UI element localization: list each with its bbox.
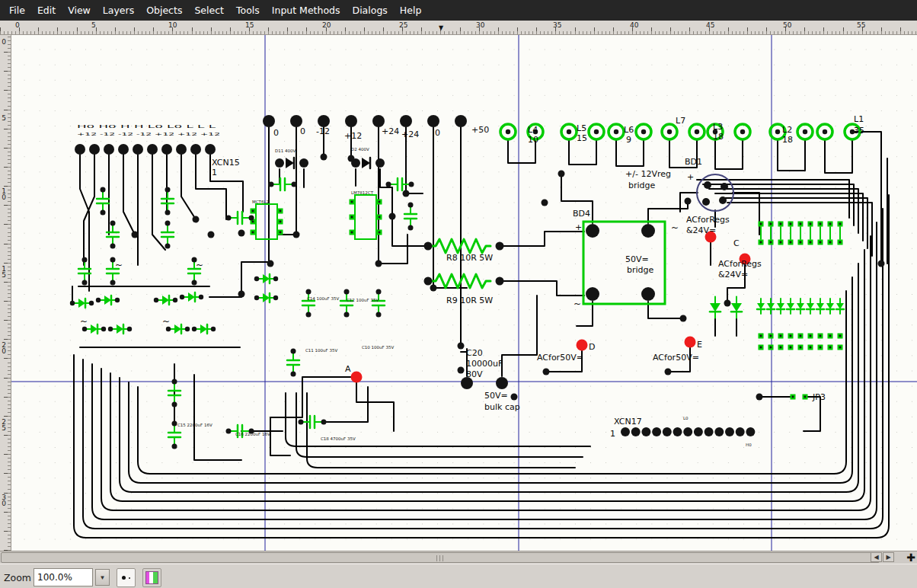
pad[interactable] xyxy=(424,277,433,286)
pad[interactable] xyxy=(290,115,302,127)
copper-trace[interactable] xyxy=(500,281,584,296)
pad[interactable] xyxy=(306,289,312,295)
diode[interactable] xyxy=(162,296,169,305)
copper-trace[interactable] xyxy=(296,393,583,457)
scrollbar-thumb[interactable] xyxy=(1,552,880,563)
pad[interactable] xyxy=(127,327,132,331)
pad[interactable] xyxy=(96,298,101,302)
pad[interactable] xyxy=(172,402,177,407)
pad[interactable] xyxy=(496,377,508,389)
net-marker[interactable] xyxy=(351,372,363,383)
pad[interactable] xyxy=(344,289,350,295)
copper-trace[interactable] xyxy=(721,198,867,248)
pad[interactable] xyxy=(299,420,304,425)
pad[interactable] xyxy=(641,287,655,301)
diode[interactable] xyxy=(263,274,270,283)
pad[interactable] xyxy=(82,257,88,263)
diode[interactable] xyxy=(78,299,85,308)
pad[interactable] xyxy=(115,298,120,302)
net-marker[interactable] xyxy=(577,340,588,351)
copper-trace[interactable] xyxy=(380,169,392,216)
diode[interactable] xyxy=(263,293,270,302)
pad[interactable] xyxy=(190,144,201,155)
pad[interactable] xyxy=(82,280,88,286)
menu-dialogs[interactable]: Dialogs xyxy=(347,2,394,19)
copper-trace[interactable] xyxy=(209,264,241,297)
pad[interactable] xyxy=(558,171,565,177)
diode[interactable] xyxy=(362,158,370,168)
pad[interactable] xyxy=(736,427,745,436)
net-marker[interactable] xyxy=(685,337,696,348)
pad[interactable] xyxy=(185,327,190,331)
menu-edit[interactable]: Edit xyxy=(31,2,62,19)
diode[interactable] xyxy=(731,303,742,312)
diode[interactable] xyxy=(188,292,195,302)
copper-trace[interactable] xyxy=(110,250,864,501)
menu-help[interactable]: Help xyxy=(394,2,428,19)
pad[interactable] xyxy=(496,277,504,286)
pad[interactable] xyxy=(427,115,439,127)
pad[interactable] xyxy=(273,296,278,300)
copper-trace[interactable] xyxy=(433,127,467,288)
pad[interactable] xyxy=(101,187,106,193)
pad[interactable] xyxy=(408,203,414,208)
pad[interactable] xyxy=(683,427,692,436)
pad[interactable] xyxy=(165,187,171,193)
pad[interactable] xyxy=(344,312,350,318)
zoom-input[interactable] xyxy=(34,568,93,586)
pad[interactable] xyxy=(192,280,197,286)
pad[interactable] xyxy=(226,216,232,221)
diode[interactable] xyxy=(286,158,294,168)
copper-trace[interactable] xyxy=(825,139,852,173)
copper-trace[interactable] xyxy=(72,286,77,303)
diode[interactable] xyxy=(104,296,111,305)
pad[interactable] xyxy=(165,210,171,216)
grid-point-tool-button[interactable] xyxy=(117,568,136,587)
pad[interactable] xyxy=(702,198,710,206)
copper-trace[interactable] xyxy=(733,193,759,235)
pad[interactable] xyxy=(714,427,724,436)
pad[interactable] xyxy=(455,115,467,127)
pad[interactable] xyxy=(269,182,274,187)
diode[interactable] xyxy=(200,324,207,334)
pad[interactable] xyxy=(321,154,328,161)
pad[interactable] xyxy=(254,296,259,300)
pad[interactable] xyxy=(192,327,196,331)
pad[interactable] xyxy=(403,190,410,197)
pad[interactable] xyxy=(705,427,714,436)
pad[interactable] xyxy=(89,301,94,305)
pad[interactable] xyxy=(458,343,465,350)
pad[interactable] xyxy=(724,300,731,307)
copper-trace[interactable] xyxy=(129,277,852,483)
pad[interactable] xyxy=(254,276,259,281)
copper-trace[interactable] xyxy=(270,377,356,455)
pad[interactable] xyxy=(665,369,672,375)
diode[interactable] xyxy=(117,324,123,334)
pad[interactable] xyxy=(172,444,177,449)
ic-outline[interactable] xyxy=(256,204,277,239)
pad[interactable] xyxy=(424,242,433,251)
zoom-dropdown-button[interactable]: ▼ xyxy=(95,569,110,586)
ruler-vertical[interactable]: 0 5 10 15 20 25 30 xyxy=(0,35,11,551)
horizontal-scrollbar[interactable]: ◀ ▶ ✚ xyxy=(0,551,917,564)
pad[interactable] xyxy=(408,225,414,231)
pad[interactable] xyxy=(756,394,763,401)
pad[interactable] xyxy=(372,115,385,127)
pad[interactable] xyxy=(306,312,312,318)
pad[interactable] xyxy=(173,298,177,302)
pad[interactable] xyxy=(458,367,465,374)
layer-color-tool-button[interactable] xyxy=(142,568,161,587)
copper-trace[interactable] xyxy=(715,139,743,169)
diode[interactable] xyxy=(174,324,181,334)
pad[interactable] xyxy=(375,158,385,168)
pad[interactable] xyxy=(101,210,106,216)
copper-trace[interactable] xyxy=(502,296,537,376)
pad[interactable] xyxy=(193,216,200,223)
pad[interactable] xyxy=(673,427,682,436)
pad[interactable] xyxy=(348,155,355,162)
pad[interactable] xyxy=(110,244,116,249)
pad[interactable] xyxy=(110,280,116,286)
pad[interactable] xyxy=(299,158,308,168)
pad[interactable] xyxy=(586,287,599,301)
menu-layers[interactable]: Layers xyxy=(97,2,140,19)
